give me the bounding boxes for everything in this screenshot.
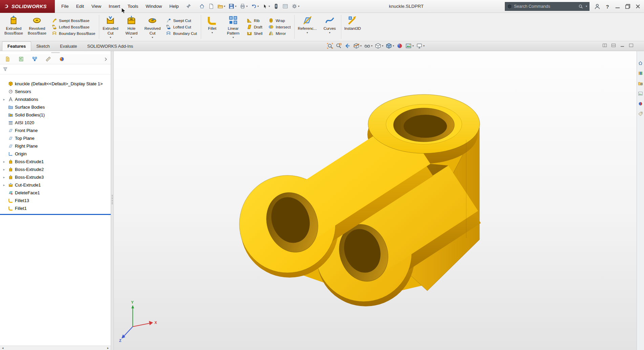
ribbon-button-lofted-cut[interactable]: Lofted Cut — [166, 24, 197, 29]
panel-splitter[interactable] — [111, 51, 114, 350]
ribbon-button-mirror[interactable]: Mirror — [269, 31, 291, 36]
print-button[interactable]: ▾ — [238, 2, 249, 10]
edit-appearance-button[interactable] — [396, 42, 403, 50]
task-pane-view-palette-button[interactable] — [638, 91, 643, 96]
dimxpert-manager-tab[interactable] — [45, 56, 51, 62]
ribbon-button-boundary-cut[interactable]: Boundary Cut — [166, 31, 197, 36]
pane-one-button[interactable] — [628, 43, 634, 48]
dropdown-caret-icon[interactable]: ▾ — [360, 45, 362, 47]
menu-view[interactable]: View — [88, 0, 105, 13]
dropdown-caret-icon[interactable]: ▾ — [307, 31, 308, 35]
graphics-area[interactable]: Y X Z — [111, 51, 637, 350]
ribbon-button-rib[interactable]: Rib — [247, 18, 263, 23]
task-pane-custom-properties-button[interactable] — [638, 111, 643, 116]
filter-funnel-icon[interactable] — [3, 67, 8, 72]
previous-view-button[interactable] — [344, 42, 351, 50]
tree-item-front-plane[interactable]: Front Plane — [0, 127, 111, 134]
task-pane-resources-button[interactable] — [638, 61, 643, 66]
dropdown-caret-icon[interactable]: ▾ — [329, 31, 330, 35]
tree-item-deleteface1[interactable]: DeleteFace1 — [0, 189, 111, 197]
menu-edit[interactable]: Edit — [72, 0, 88, 13]
tab-features[interactable]: Features — [2, 41, 31, 51]
sheet-button[interactable] — [281, 2, 289, 10]
user-button[interactable] — [594, 3, 601, 10]
ribbon-button-revolved-cut[interactable]: RevolvedCut▾ — [142, 14, 163, 40]
dropdown-caret-icon[interactable]: ▾ — [233, 36, 234, 39]
scroll-left-icon[interactable]: ◂ — [0, 346, 5, 350]
ribbon-button-instant3d[interactable]: Instant3D — [342, 14, 363, 40]
display-manager-tab[interactable] — [59, 56, 65, 62]
task-pane-appearances-button[interactable] — [638, 101, 643, 106]
dropdown-caret-icon[interactable]: ▾ — [235, 5, 236, 8]
tree-item-surface-bodies[interactable]: Surface Bodies — [0, 103, 111, 111]
expand-arrow-icon[interactable]: ▸ — [3, 98, 5, 101]
model-knuckle[interactable] — [239, 94, 481, 306]
panel-horizontal-scrollbar[interactable]: ◂ ▸ — [0, 346, 111, 350]
tree-item-origin[interactable]: Origin — [0, 150, 111, 158]
configuration-manager-tab[interactable] — [32, 56, 38, 62]
dropdown-caret-icon[interactable]: ▾ — [382, 45, 383, 47]
dropdown-caret-icon[interactable]: ▾ — [212, 31, 213, 35]
dropdown-caret-icon[interactable]: ▾ — [412, 45, 414, 47]
win-close-button[interactable] — [635, 3, 641, 10]
win-minimize-button[interactable] — [620, 43, 625, 48]
tab-solidworks-add-ins[interactable]: SOLIDWORKS Add-Ins — [82, 41, 138, 51]
home-button[interactable] — [198, 2, 206, 10]
open-button[interactable]: ▾ — [216, 2, 227, 10]
task-pane-file-explorer-button[interactable] — [638, 81, 643, 86]
new-doc-button[interactable] — [207, 2, 215, 10]
tree-item-fillet13[interactable]: Fillet13 — [0, 197, 111, 204]
dropdown-caret-icon[interactable]: ▾ — [246, 5, 248, 8]
dropdown-caret-icon[interactable]: ▾ — [152, 36, 153, 39]
rollback-bar[interactable] — [0, 214, 111, 215]
dropdown-caret-icon[interactable]: ▾ — [269, 5, 270, 8]
options-button[interactable]: ▾ — [290, 2, 301, 10]
tree-item-fillet1[interactable]: Fillet1 — [0, 204, 111, 212]
property-manager-tab[interactable] — [18, 56, 24, 62]
dropdown-caret-icon[interactable]: ▾ — [257, 5, 259, 8]
ribbon-button-wrap[interactable]: Wrap — [269, 18, 291, 23]
zoom-fit-button[interactable] — [326, 42, 334, 50]
tree-item-top-plane[interactable]: Top Plane — [0, 134, 111, 142]
search-input[interactable] — [514, 4, 576, 9]
ribbon-button-referenc[interactable]: Referenc...▾ — [295, 14, 319, 40]
ribbon-button-curves[interactable]: Curves▾ — [319, 14, 340, 40]
apply-scene-button[interactable]: ▾ — [405, 42, 414, 50]
panel-splitter-nub[interactable] — [0, 51, 111, 54]
pane-split-button[interactable] — [602, 43, 607, 48]
pin-icon[interactable] — [186, 4, 191, 9]
tree-item-root[interactable]: knuckle (Default<<Default>_Display State… — [0, 80, 111, 88]
pane-two-button[interactable] — [611, 43, 616, 48]
tree-item-solid-bodies-1[interactable]: Solid Bodies(1) — [0, 111, 111, 119]
dropdown-caret-icon[interactable]: ▾ — [423, 45, 425, 47]
ribbon-button-shell[interactable]: Shell — [247, 31, 263, 36]
expand-arrow-icon[interactable]: ▸ — [3, 183, 5, 187]
expand-arrow-icon[interactable]: ▸ — [3, 160, 5, 163]
search-magnifier-icon[interactable] — [578, 4, 583, 9]
menu-window[interactable]: Window — [142, 0, 166, 13]
viewport-canvas[interactable]: Y X Z — [111, 51, 637, 350]
annotation-views-button[interactable]: ▾ — [364, 42, 373, 50]
expand-arrow-icon[interactable]: ▸ — [3, 176, 5, 179]
search-box[interactable]: ▾ — [505, 2, 589, 11]
panel-collapse-button[interactable] — [103, 57, 108, 62]
ribbon-button-draft[interactable]: Draft — [247, 24, 263, 29]
ribbon-button-swept-cut[interactable]: Swept Cut — [166, 18, 197, 23]
ribbon-button-linear-pattern[interactable]: LinearPattern▾ — [223, 14, 244, 40]
dropdown-caret-icon[interactable]: ▾ — [131, 36, 132, 39]
display-style-button[interactable]: ▾ — [385, 42, 394, 50]
tree-item-boss-extrude1[interactable]: ▸Boss-Extrude1 — [0, 158, 111, 166]
task-pane-design-library-button[interactable] — [638, 71, 643, 76]
tree-item-boss-extrude3[interactable]: ▸Boss-Extrude3 — [0, 173, 111, 181]
tree-item-aisi-1020[interactable]: AISI 1020 — [0, 119, 111, 127]
ribbon-button-extruded-boss-base[interactable]: ExtrudedBoss/Base — [2, 14, 25, 40]
save-button[interactable]: ▾ — [227, 2, 238, 10]
tree-item-right-plane[interactable]: Right Plane — [0, 142, 111, 150]
view-orientation-button[interactable]: ▾ — [374, 42, 384, 50]
ribbon-button-revolved-boss-base[interactable]: RevolvedBoss/Base — [25, 14, 49, 40]
view-settings-button[interactable]: ▾ — [416, 42, 425, 50]
search-dropdown-caret-icon[interactable]: ▾ — [586, 5, 587, 8]
tab-sketch[interactable]: Sketch — [31, 41, 55, 51]
tree-item-sensors[interactable]: Sensors — [0, 88, 111, 95]
ribbon-button-intersect[interactable]: Intersect — [269, 24, 291, 29]
